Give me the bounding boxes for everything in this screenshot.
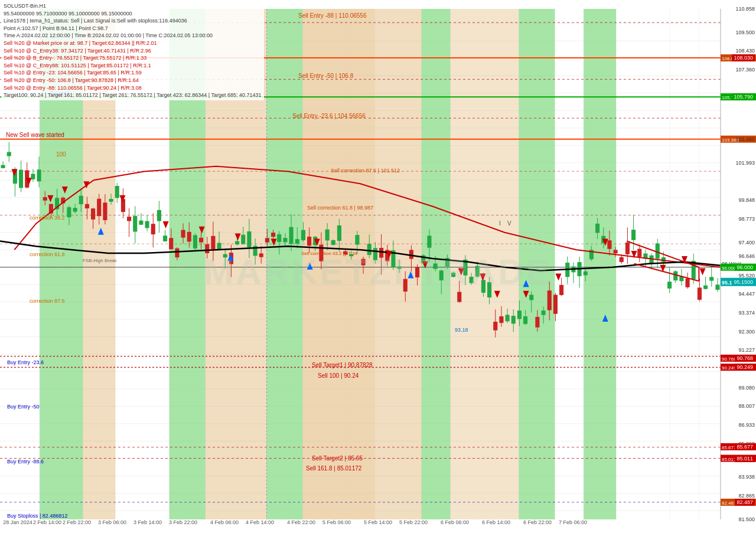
info-line5: Sell %10 @ C_Entry38: 97.34172 | Target:… [4, 47, 262, 55]
info-line10: Sell %20 @ Entry -88: 110.06556 | Target… [4, 84, 262, 92]
time-label: 6 Feb 14:00 [482, 519, 510, 525]
chart-container: MARKETZI TRADE SOLUSDT-Bin.H1 95.5400000… [0, 0, 756, 543]
time-label: 2 Feb 14:00 [33, 519, 61, 525]
time-label: 3 Feb 22:00 [169, 519, 197, 525]
time-axis: 28 Jan 20242 Feb 14:002 Feb 22:003 Feb 0… [0, 519, 721, 531]
info-line2: Point A:102.57 | Point B:94.11 | Point C… [4, 25, 262, 32]
info-line11: Target100: 90.24 | Target 161: 85.01172 … [4, 91, 262, 99]
time-label: 4 Feb 06:00 [210, 519, 239, 525]
info-panel: SOLUSDT-Bin.H1 95.54000000 95.71000000 9… [1, 1, 264, 100]
time-label: 5 Feb 22:00 [399, 519, 428, 525]
time-label: 4 Feb 14:00 [246, 519, 274, 525]
info-line8: Sell %10 @ Entry -23: 104.56656 | Target… [4, 69, 262, 77]
time-label: 7 Feb 06:00 [559, 519, 587, 525]
time-label: 4 Feb 22:00 [287, 519, 315, 525]
symbol-line: SOLUSDT-Bin.H1 [4, 2, 262, 10]
info-line6: Sell %20 @ B_Entry-: 76.55172 | Target:7… [4, 54, 262, 62]
prices-line: 95.54000000 95.71000000 95.10000000 95.1… [4, 10, 262, 18]
time-label: 6 Feb 22:00 [523, 519, 552, 525]
time-label: 28 Jan 2024 [3, 519, 32, 525]
info-line1: Line1578 | tema_h1_status: Sell | Last S… [4, 17, 262, 25]
time-label: 3 Feb 14:00 [133, 519, 162, 525]
info-line7: Sell %10 @ C_Entry88: 101.51125 | Target… [4, 62, 262, 70]
time-label: 5 Feb 06:00 [322, 519, 351, 525]
time-label: 5 Feb 14:00 [364, 519, 392, 525]
time-label: 6 Feb 06:00 [441, 519, 469, 525]
info-line4: Sell %20 @ Market price or at: 98.7 | Ta… [4, 40, 262, 47]
info-line3: Time A:2024.02.02 12:00:00 | Time B:2024… [4, 32, 262, 40]
time-label: 2 Feb 22:00 [63, 519, 91, 525]
info-line9: Sell %20 @ Entry -50: 106.8 | Target:90.… [4, 77, 262, 84]
time-label: 3 Feb 06:00 [98, 519, 126, 525]
